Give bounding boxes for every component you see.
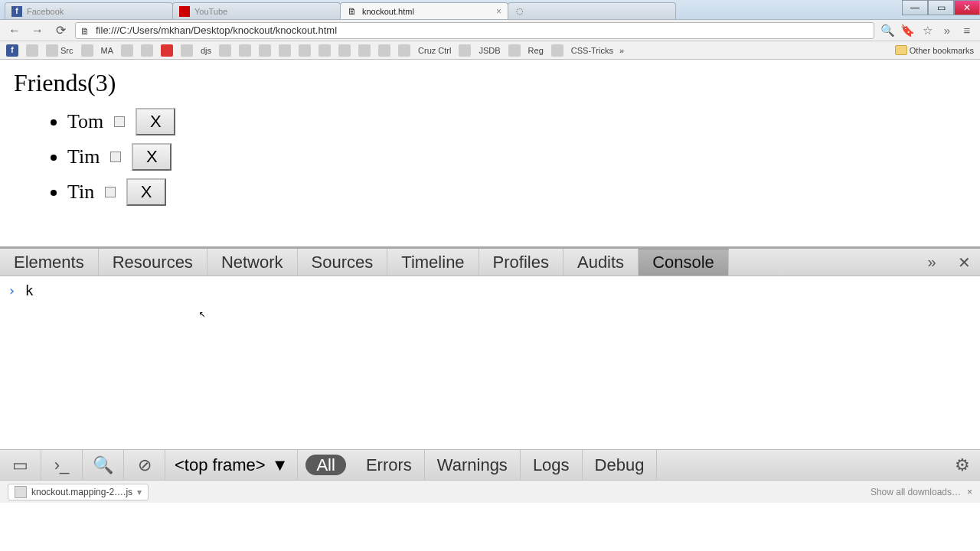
bookmark-icon: [26, 44, 38, 57]
search-icon[interactable]: 🔍: [83, 450, 124, 480]
show-all-downloads[interactable]: Show all downloads…: [871, 487, 961, 497]
browser-tab[interactable]: f Facebook: [5, 2, 173, 19]
browser-tab-active[interactable]: knockout.html ×: [340, 2, 508, 19]
close-icon[interactable]: ×: [967, 487, 972, 497]
tab-timeline[interactable]: Timeline: [387, 249, 479, 276]
bookmark-item[interactable]: [357, 44, 372, 57]
checkbox[interactable]: [110, 152, 121, 162]
bookmark-item[interactable]: [337, 44, 352, 57]
bookmark-item[interactable]: [80, 44, 95, 57]
bookmark-item[interactable]: f: [5, 44, 20, 57]
download-item[interactable]: knockout.mapping-2….js ▾: [8, 484, 149, 500]
bookmark-item[interactable]: [297, 44, 312, 57]
window-close-button[interactable]: ✕: [954, 0, 980, 15]
tab-sources[interactable]: Sources: [298, 249, 388, 276]
bookmark-item[interactable]: [397, 44, 412, 57]
bookmark-item[interactable]: JSDB: [477, 46, 501, 55]
tab-resources[interactable]: Resources: [99, 249, 207, 276]
star-icon[interactable]: ☆: [920, 24, 934, 37]
bookmark-icon: [318, 44, 331, 57]
browser-tab[interactable]: YouTube: [172, 2, 341, 19]
console-toggle-icon[interactable]: ›_: [41, 450, 83, 480]
bookmarks-overflow[interactable]: »: [619, 46, 624, 55]
bookmark-item[interactable]: [217, 44, 233, 57]
bookmark-icon: [181, 44, 193, 57]
bookmark-icon: [378, 44, 390, 57]
gear-icon[interactable]: ⚙: [945, 450, 980, 480]
other-bookmarks[interactable]: Other bookmarks: [893, 45, 975, 55]
page-heading: Friends(3): [14, 69, 966, 97]
facebook-icon: f: [11, 6, 22, 17]
tab-network[interactable]: Network: [207, 249, 298, 276]
bookmark-item[interactable]: CSS-Tricks: [570, 46, 615, 55]
remove-button[interactable]: X: [126, 178, 166, 206]
maximize-button[interactable]: ▭: [928, 0, 954, 15]
devtools-bottom-bar: ▭ ›_ 🔍 ⊘ <top frame> ▼ All Errors Warnin…: [0, 449, 980, 480]
bookmark-item[interactable]: djs: [199, 46, 213, 55]
bookmark-item[interactable]: [237, 44, 253, 57]
list-item: Tin X: [67, 178, 966, 206]
folder-icon: [895, 45, 907, 55]
devtools-close-icon[interactable]: ✕: [948, 249, 980, 276]
checkbox[interactable]: [114, 116, 125, 127]
bookmark-item[interactable]: MA: [100, 46, 116, 55]
tab-elements[interactable]: Elements: [0, 249, 99, 276]
bookmark-item[interactable]: [277, 44, 292, 57]
bookmark-item[interactable]: [179, 44, 194, 57]
file-icon: [15, 486, 27, 498]
bookmark-item[interactable]: JS: [159, 44, 175, 57]
back-button[interactable]: ←: [6, 22, 23, 39]
friend-name: Tim: [67, 145, 100, 168]
tab-profiles[interactable]: Profiles: [479, 249, 564, 276]
dock-icon[interactable]: ▭: [0, 450, 41, 480]
bookmark-item[interactable]: [119, 44, 135, 57]
filter-logs[interactable]: Logs: [521, 450, 583, 480]
zoom-icon[interactable]: 🔍: [880, 24, 894, 37]
bookmark-item[interactable]: [24, 44, 40, 57]
menu-icon[interactable]: ≡: [960, 24, 974, 37]
js-icon: [161, 44, 173, 57]
bookmark-item[interactable]: Cruz Ctrl: [416, 46, 452, 55]
bookmark-item[interactable]: [550, 44, 565, 57]
console-body[interactable]: › ↖: [0, 276, 980, 449]
bookmark-item[interactable]: [257, 44, 273, 57]
bookmark-item[interactable]: Src: [44, 44, 75, 57]
address-bar[interactable]: file:///C:/Users/mkhan/Desktop/knockout/…: [75, 22, 874, 39]
page-icon: [80, 25, 91, 36]
clear-icon[interactable]: ⊘: [124, 450, 165, 480]
bookmark-item[interactable]: Reg: [527, 46, 545, 55]
bookmark-icon: [508, 44, 521, 57]
chevron-down-icon[interactable]: ▾: [137, 487, 142, 497]
chevron-right-icon: ›: [8, 282, 16, 298]
filter-warnings[interactable]: Warnings: [425, 450, 521, 480]
remove-button[interactable]: X: [136, 108, 175, 135]
tab-audits[interactable]: Audits: [564, 249, 639, 276]
bookmark-item[interactable]: [457, 44, 472, 57]
console-input[interactable]: [25, 282, 893, 298]
browser-tab[interactable]: ◌: [508, 2, 676, 19]
window-title-bar: f Facebook YouTube knockout.html × ◌ — ▭…: [0, 0, 980, 20]
tabs-overflow-icon[interactable]: »: [916, 249, 948, 276]
forward-button[interactable]: →: [29, 22, 46, 39]
filter-all[interactable]: All: [305, 455, 345, 475]
close-tab-icon[interactable]: ×: [496, 6, 501, 17]
bookmark-item[interactable]: [139, 44, 155, 57]
bookmark-icon: [259, 44, 271, 57]
frame-selector[interactable]: <top frame> ▼: [165, 450, 298, 480]
filter-errors[interactable]: Errors: [354, 450, 425, 480]
remove-button[interactable]: X: [132, 143, 172, 171]
bookmark-item[interactable]: [507, 44, 522, 57]
checkbox[interactable]: [105, 187, 116, 197]
reload-button[interactable]: ⟳: [52, 22, 69, 39]
friend-name: Tom: [67, 110, 103, 133]
bookmark-item[interactable]: [377, 44, 392, 57]
bookmark-item[interactable]: JSB: [317, 44, 332, 57]
filter-debug[interactable]: Debug: [583, 450, 658, 480]
bookmark-icon: [279, 44, 291, 57]
tab-console[interactable]: Console: [639, 249, 729, 276]
bookmark-page-icon[interactable]: 🔖: [900, 24, 914, 37]
minimize-button[interactable]: —: [902, 0, 928, 15]
document-icon: [347, 6, 358, 17]
overflow-icon[interactable]: »: [940, 24, 954, 37]
bookmarks-bar: f Src MA JS djs JSB Cruz Ctrl JSDB Reg C…: [0, 41, 980, 60]
